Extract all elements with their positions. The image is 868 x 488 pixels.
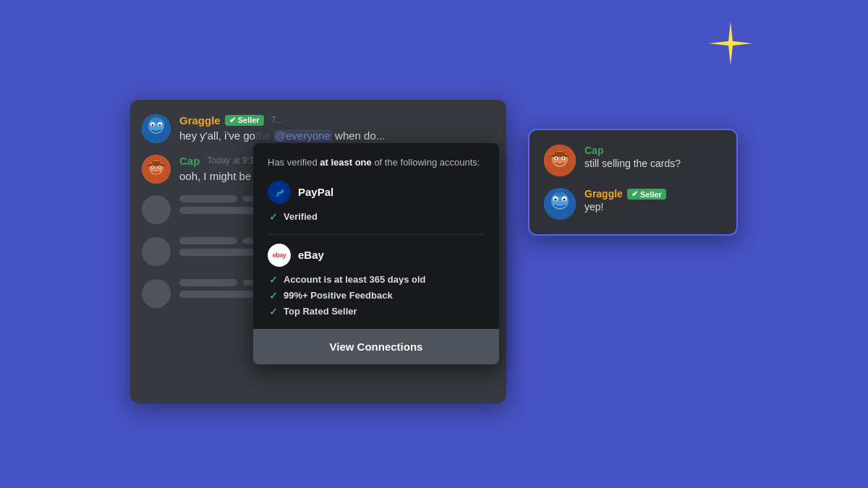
ebay-check-3: ✓ Top Rated Seller (269, 306, 485, 317)
paypal-check-1: ✓ Verified (269, 211, 485, 223)
mini-cap-content: Cap still selling the cards? (584, 145, 681, 169)
ebay-check-text-2: 99%+ Positive Feedback (284, 290, 393, 301)
ebay-check-icon-2: ✓ (269, 290, 278, 301)
avatar-cap (142, 155, 171, 184)
mini-graggle-header: Graggle ✔ Seller (584, 188, 666, 201)
graggle-message-header: Graggle ✔ Seller T... (179, 114, 495, 127)
stub-avatar-2 (142, 237, 171, 266)
svg-point-32 (558, 190, 562, 194)
stub-avatar-1 (142, 195, 171, 224)
svg-point-4 (152, 124, 154, 126)
mini-message-cap: Cap still selling the cards? (544, 145, 722, 176)
mini-graggle-text: yep! (584, 201, 666, 213)
tooltip-header: Has verified at least one of the followi… (268, 156, 485, 169)
svg-point-21 (556, 157, 557, 158)
account-divider (268, 234, 485, 235)
ebay-check-2: ✓ 99%+ Positive Feedback (269, 290, 485, 301)
cap-username: Cap (179, 155, 200, 167)
mini-cap-header: Cap (584, 145, 681, 158)
svg-point-23 (556, 160, 559, 161)
main-container: Graggle ✔ Seller T... hey y'all, i've go… (130, 100, 738, 403)
svg-point-29 (554, 198, 557, 201)
svg-point-15 (157, 168, 160, 170)
svg-point-5 (159, 124, 161, 126)
svg-point-13 (159, 166, 161, 168)
ebay-logo: ebay (268, 244, 291, 267)
paypal-name: PayPal (298, 186, 333, 198)
mini-chat-panel: Cap still selling the cards? (528, 129, 738, 236)
paypal-check-icon: ✓ (269, 211, 278, 223)
tooltip-popup: Has verified at least one of the followi… (253, 143, 499, 364)
mini-avatar-cap (544, 145, 576, 176)
paypal-check-text: Verified (284, 211, 318, 222)
mini-graggle-username: Graggle (584, 188, 623, 200)
svg-point-6 (152, 117, 161, 123)
graggle-timestamp: T... (271, 115, 283, 125)
stub-name-3 (179, 279, 237, 286)
mini-cap-text: still selling the cards? (584, 158, 681, 169)
paypal-row: PayPal (268, 181, 485, 204)
svg-point-14 (153, 168, 156, 170)
graggle-username: Graggle (179, 114, 221, 127)
svg-point-12 (152, 166, 153, 168)
chat-window: Graggle ✔ Seller T... hey y'all, i've go… (130, 100, 506, 403)
svg-point-30 (563, 198, 566, 201)
graggle-seller-badge: ✔ Seller (225, 115, 264, 126)
mini-seller-label: Seller (640, 190, 662, 199)
mini-message-graggle: Graggle ✔ Seller yep! (544, 188, 722, 220)
svg-rect-18 (555, 152, 565, 155)
message-row-graggle: Graggle ✔ Seller T... hey y'all, i've go… (142, 114, 495, 143)
graggle-message-text: hey y'all, i've gothe @everyone when do.… (179, 128, 495, 143)
ebay-name: eBay (298, 249, 324, 261)
ebay-check-text-3: Top Rated Seller (284, 306, 357, 317)
ebay-check-icon-1: ✓ (269, 274, 278, 286)
ebay-check-text-1: Account is at least 365 days old (284, 274, 426, 285)
mini-cap-username: Cap (584, 145, 603, 156)
ebay-check-1: ✓ Account is at least 365 days old (269, 274, 485, 286)
svg-rect-9 (152, 161, 161, 165)
view-connections-button[interactable]: View Connections (253, 329, 499, 364)
mini-graggle-seller-badge: ✔ Seller (627, 189, 666, 200)
ebay-row: ebay eBay (268, 244, 485, 267)
graggle-message-content: Graggle ✔ Seller T... hey y'all, i've go… (179, 114, 495, 143)
stub-name-1 (179, 195, 237, 202)
paypal-logo (268, 181, 291, 204)
tooltip-bold: at least one (320, 157, 372, 168)
svg-point-24 (561, 160, 563, 161)
verified-check-icon: ✔ (229, 116, 236, 125)
star-decoration (709, 22, 752, 65)
mention-everyone: @everyone (273, 129, 332, 142)
ebay-section: ebay eBay ✓ Account is at least 365 days… (268, 244, 485, 317)
paypal-section: PayPal ✓ Verified (268, 181, 485, 223)
stub-avatar-3 (142, 279, 171, 308)
mini-avatar-graggle (544, 188, 576, 220)
mini-verified-icon: ✔ (631, 189, 638, 199)
mini-graggle-content: Graggle ✔ Seller yep! (584, 188, 666, 213)
svg-point-22 (563, 157, 564, 158)
ebay-logo-text: ebay (273, 252, 286, 259)
stub-name-2 (179, 237, 237, 244)
ebay-check-icon-3: ✓ (269, 306, 278, 317)
avatar-graggle (142, 114, 171, 143)
